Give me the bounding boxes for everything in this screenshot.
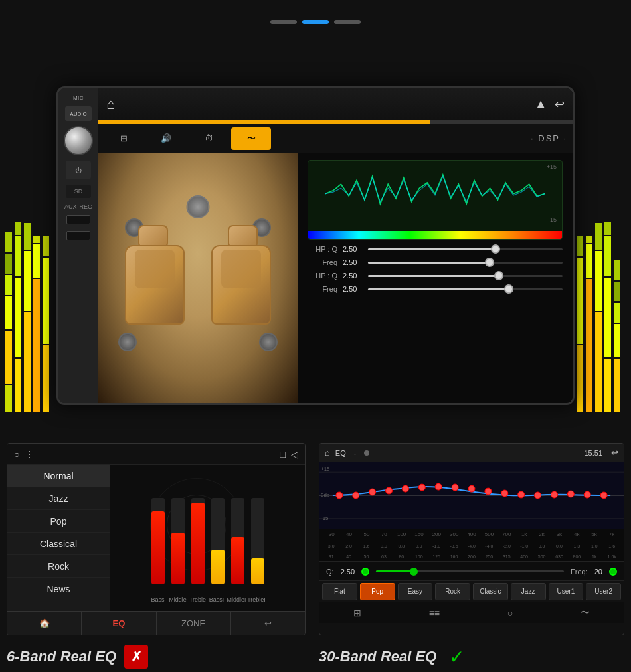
list-icon-30[interactable]: ≡≡: [429, 608, 440, 618]
back-icon-30[interactable]: ↩: [611, 448, 618, 458]
tab-time[interactable]: ⏱: [189, 127, 228, 150]
main-content: +15 -15 HP : Q 2.50: [98, 153, 573, 403]
volume-knob[interactable]: [64, 126, 93, 155]
hz-labels: 31 40 50 63 80 100 125 160 200 250 315 4…: [319, 552, 624, 562]
usb-port-2[interactable]: [66, 231, 90, 240]
waveform-display: +15 -15: [308, 160, 563, 240]
dots-icon-30: ⋮: [351, 448, 359, 457]
slider-freq-value: 2.50: [343, 258, 363, 266]
tab-wave[interactable]: 〜: [231, 127, 271, 150]
eq-label-30: EQ: [335, 449, 346, 457]
usb-port[interactable]: [66, 215, 90, 224]
color-bar: [308, 231, 562, 239]
preset-rock-30[interactable]: Rock: [435, 583, 470, 600]
speaker-top-center: [187, 195, 210, 218]
freq-value: 20: [594, 568, 602, 576]
home-icon[interactable]: ⌂: [106, 96, 115, 113]
bar-bass-fill: [151, 511, 165, 585]
bar-bass: Bass: [151, 498, 165, 591]
sd-label: SD: [74, 188, 83, 195]
preset-news[interactable]: News: [7, 578, 110, 600]
preset-user1[interactable]: User1: [549, 583, 584, 600]
svg-point-21: [584, 491, 590, 498]
preset-classical[interactable]: Classical: [7, 533, 110, 555]
slider-hp-q-track[interactable]: [368, 248, 563, 250]
svg-point-10: [402, 485, 408, 492]
bar-treble-label: Treble: [189, 596, 206, 603]
slider-hp2-q-track[interactable]: [368, 275, 563, 277]
back-icon[interactable]: ↩: [555, 97, 565, 112]
slider-freq2-fill: [368, 288, 508, 290]
preset-easy[interactable]: Easy: [398, 583, 433, 600]
indicator-3[interactable]: [334, 20, 361, 24]
audio-btn[interactable]: AUDIO: [65, 106, 92, 121]
eject-icon[interactable]: ▲: [535, 97, 547, 111]
preset-pop[interactable]: Pop: [7, 510, 110, 533]
preset-jazz-30[interactable]: Jazz: [511, 583, 546, 600]
wave-icon-30[interactable]: 〜: [581, 607, 590, 619]
back-arrow-icon[interactable]: ◁: [291, 449, 298, 460]
freq-dot[interactable]: [609, 568, 617, 576]
svg-point-16: [501, 490, 508, 497]
power-button[interactable]: ⏻: [66, 161, 91, 179]
tab-zone[interactable]: ZONE: [157, 612, 231, 635]
circle-icon-30[interactable]: ○: [507, 608, 513, 618]
caption-6band: 6-Band Real EQ ✗: [7, 645, 306, 669]
eq-graph-svg: +15 0db -15: [319, 462, 624, 529]
preset-rock[interactable]: Rock: [7, 555, 110, 578]
slider-freq-track[interactable]: [368, 262, 563, 264]
page-indicators: [0, 0, 631, 24]
home-icon-30[interactable]: ⌂: [325, 448, 330, 458]
slider-hp2-q-thumb[interactable]: [494, 271, 503, 280]
speaker-bottom-left: [118, 333, 137, 351]
svg-point-12: [435, 483, 442, 490]
preset-list: Normal Jazz Pop Classical Rock News: [7, 465, 110, 611]
svg-point-7: [353, 492, 359, 499]
svg-text:0db: 0db: [321, 492, 330, 498]
slider-freq-thumb[interactable]: [485, 258, 494, 267]
tab-home[interactable]: 🏠: [7, 612, 82, 635]
preset-jazz[interactable]: Jazz: [7, 487, 110, 510]
6band-status-bar: ○ ⋮ □ ◁: [7, 444, 305, 465]
menu-icon: ⋮: [25, 449, 34, 460]
car-interior-image: [98, 153, 298, 403]
preset-normal[interactable]: Normal: [7, 465, 110, 487]
bar-treblef: TrebleF: [251, 498, 264, 591]
grid-icon-30[interactable]: ⊞: [353, 608, 361, 618]
indicator-2[interactable]: [302, 20, 329, 24]
side-panel: MIC AUDIO ⏻ SD AUX REG: [58, 88, 98, 403]
freq-label: Freq:: [571, 568, 588, 576]
bar-middle: Middle: [171, 498, 185, 591]
svg-point-18: [535, 492, 541, 499]
waveform-svg: [308, 161, 562, 227]
tab-back[interactable]: ↩: [231, 612, 305, 635]
q-value: 2.50: [341, 568, 355, 576]
30band-status-bar: ⌂ EQ ⋮ 15:51 ↩: [319, 444, 624, 462]
q-slider[interactable]: [376, 570, 564, 572]
indicator-1[interactable]: [270, 20, 297, 24]
preset-pop-30[interactable]: Pop: [360, 583, 395, 600]
slider-hp2-label: HP : Q: [308, 272, 337, 280]
tab-volume[interactable]: 🔊: [146, 127, 186, 150]
q-dot[interactable]: [361, 568, 369, 576]
preset-classic[interactable]: Classic: [473, 583, 508, 600]
bar-bassf: BassF: [211, 498, 225, 591]
slider-freq2-track[interactable]: [368, 288, 563, 290]
window-icon[interactable]: □: [280, 449, 286, 460]
aux-label: AUX: [64, 203, 77, 210]
preset-user2[interactable]: User2: [586, 583, 621, 600]
tab-eq-bottom[interactable]: EQ: [82, 612, 156, 635]
bar-middlef-label: MiddleF: [226, 596, 248, 603]
slider-freq2-label: Freq: [308, 285, 337, 293]
slider-freq-label: Freq: [308, 258, 337, 266]
svg-point-11: [418, 484, 425, 491]
slider-hp-q-thumb[interactable]: [491, 244, 500, 254]
preset-flat[interactable]: Flat: [322, 583, 357, 600]
bar-middle-label: Middle: [169, 596, 187, 603]
q-label: Q:: [326, 568, 334, 576]
caption-30band: 30-Band Real EQ ✓: [306, 645, 624, 669]
slider-freq2-thumb[interactable]: [504, 284, 513, 294]
tab-eq[interactable]: ⊞: [104, 127, 143, 150]
bar-middlef-fill: [231, 537, 244, 585]
mic-label: MIC: [73, 95, 84, 101]
